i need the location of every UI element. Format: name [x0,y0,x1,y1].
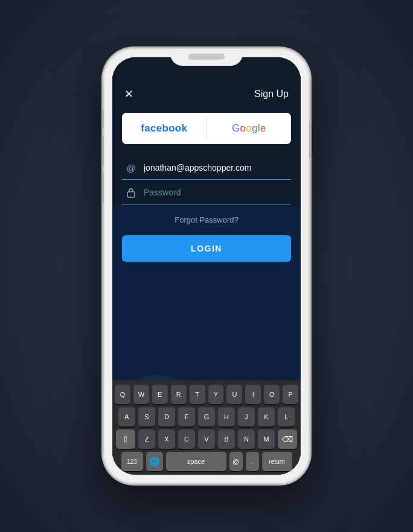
login-button[interactable]: LOGIN [122,235,291,262]
forgot-password-link[interactable]: Forgot Password? [122,215,291,224]
key-k[interactable]: K [258,407,275,426]
google-login-button[interactable]: Google [207,113,292,144]
key-v[interactable]: V [198,429,215,449]
shift-key[interactable]: ⇧ [116,429,135,449]
key-x[interactable]: X [158,429,175,449]
keyboard: Q W E R T Y U I O P A S D F G H [112,380,301,475]
key-m[interactable]: M [258,429,275,449]
key-n[interactable]: N [238,429,255,449]
key-u[interactable]: U [226,385,242,404]
email-input-row: @ [122,156,291,180]
key-a[interactable]: A [118,407,135,426]
key-b[interactable]: B [218,429,235,449]
key-q[interactable]: Q [115,385,130,404]
numbers-key[interactable]: 123 [121,452,143,471]
key-e[interactable]: E [152,385,168,404]
key-j[interactable]: J [238,407,255,426]
svg-rect-0 [127,192,135,197]
facebook-label: facebook [141,122,187,135]
space-key[interactable]: space [166,452,226,471]
app-content: ✕ Sign Up facebook Google @ [112,57,301,475]
login-form: @ [112,149,301,206]
key-c[interactable]: C [178,429,195,449]
keyboard-row-4: 123 🌐 space @ . return [115,452,298,471]
keyboard-row-1: Q W E R T Y U I O P [115,385,298,404]
social-buttons-container: facebook Google [122,113,291,144]
key-d[interactable]: D [158,407,175,426]
key-o[interactable]: O [264,385,280,404]
return-key[interactable]: return [262,452,292,471]
key-w[interactable]: W [133,385,149,404]
key-g[interactable]: G [198,407,215,426]
google-label: Google [232,122,266,135]
silent-button [101,109,104,127]
phone-notch [170,49,243,66]
at-key[interactable]: @ [229,452,243,471]
key-p[interactable]: P [283,385,298,404]
lock-icon [124,186,138,199]
signup-link[interactable]: Sign Up [254,89,289,100]
globe-key[interactable]: 🌐 [146,452,163,471]
key-r[interactable]: R [171,385,187,404]
globe-icon: 🌐 [149,457,159,466]
facebook-login-button[interactable]: facebook [122,113,206,144]
volume-down-button [101,173,104,203]
power-button [309,121,312,157]
key-i[interactable]: I [245,385,261,404]
delete-key[interactable]: ⌫ [278,429,297,449]
key-f[interactable]: F [178,407,195,426]
key-s[interactable]: S [138,407,155,426]
email-icon: @ [124,161,138,174]
period-key[interactable]: . [246,452,259,471]
keyboard-row-3: ⇧ Z X C V B N M ⌫ [115,429,298,449]
close-icon[interactable]: ✕ [124,87,133,101]
key-y[interactable]: Y [208,385,224,404]
phone-shell: ✕ Sign Up facebook Google @ [104,49,309,483]
key-t[interactable]: T [190,385,205,404]
key-l[interactable]: L [278,407,295,426]
volume-up-button [101,136,104,166]
key-z[interactable]: Z [138,429,155,449]
password-input-row [122,181,291,204]
email-field[interactable] [144,163,289,173]
password-field[interactable] [144,188,289,197]
key-h[interactable]: H [218,407,235,426]
keyboard-row-2: A S D F G H J K L [115,407,298,426]
phone-screen: ✕ Sign Up facebook Google @ [112,57,301,475]
